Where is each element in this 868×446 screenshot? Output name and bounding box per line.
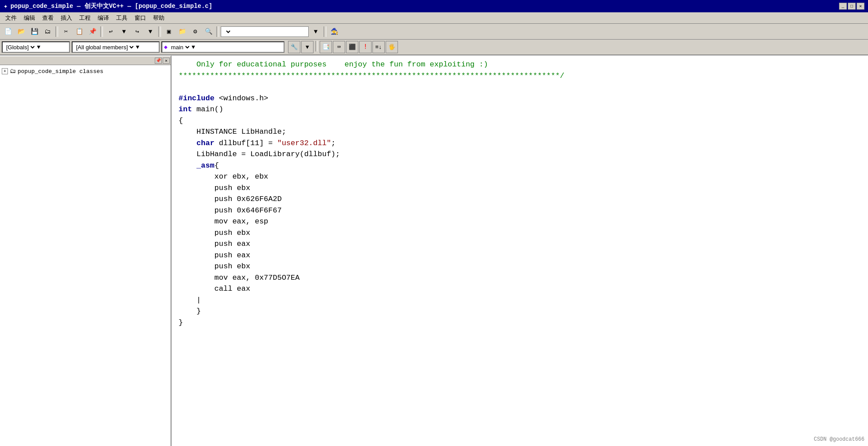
separator-4 bbox=[216, 26, 219, 37]
search-dropdown[interactable] bbox=[221, 26, 309, 37]
undo-button[interactable]: ↩ bbox=[105, 26, 117, 38]
code-asm-close: } bbox=[179, 306, 861, 317]
copy-button[interactable]: 📋 bbox=[73, 26, 85, 38]
cut-button[interactable]: ✂ bbox=[60, 26, 72, 38]
watermark: CSDN @goodcat666 bbox=[814, 436, 864, 442]
save-button[interactable]: 💾 bbox=[28, 26, 40, 38]
left-panel: 📌 ✕ + 🗂 popup_code_simple classes bbox=[0, 55, 171, 446]
toolbar2-btn1[interactable]: 🔧 bbox=[288, 41, 300, 53]
code-xor-line: xor ebx, ebx bbox=[179, 171, 861, 183]
separator-5 bbox=[324, 26, 326, 37]
panel-close-button[interactable]: ✕ bbox=[163, 58, 170, 64]
code-asm-line: _asm{ bbox=[179, 160, 861, 172]
menu-insert[interactable]: 插入 bbox=[57, 13, 76, 23]
search-select[interactable] bbox=[223, 28, 232, 35]
window-controls[interactable]: _ □ ✕ bbox=[839, 3, 864, 10]
function-dropdown[interactable]: ◆ main ▼ bbox=[161, 41, 284, 53]
separator-t2 bbox=[315, 41, 318, 51]
code-libhandle-line: LibHandle = LoadLibrary(dllbuf); bbox=[179, 149, 861, 160]
window-title: popup_code_simple — 创天中文VC++ — [popup_co… bbox=[11, 2, 839, 10]
redo-button[interactable]: ↪ bbox=[131, 26, 143, 38]
code-stars-line: ****************************************… bbox=[179, 70, 861, 82]
code-push1-line: push ebx bbox=[179, 183, 861, 194]
workspace-button[interactable]: ▣ bbox=[163, 26, 175, 38]
separator-2 bbox=[100, 26, 103, 37]
code-blank1 bbox=[179, 81, 861, 93]
separator-3 bbox=[158, 26, 161, 37]
left-panel-header: 📌 ✕ bbox=[0, 56, 171, 65]
menu-tools[interactable]: 工具 bbox=[113, 13, 131, 23]
code-push4-line: push ebx bbox=[179, 227, 861, 239]
title-bar: ✦ popup_code_simple — 创天中文VC++ — [popup_… bbox=[0, 0, 868, 12]
code-pipe-line: | bbox=[179, 295, 861, 306]
code-call-line: call eax bbox=[179, 283, 861, 295]
tree-expand-icon[interactable]: + bbox=[2, 68, 8, 74]
code-include-line: #include <windows.h> bbox=[179, 93, 861, 104]
members-dropdown[interactable]: [All global members] ▼ bbox=[72, 41, 160, 53]
code-char-line: char dllbuf[11] = "user32.dll"; bbox=[179, 138, 861, 149]
code-push5-line: push eax bbox=[179, 238, 861, 250]
main-area: 📌 ✕ + 🗂 popup_code_simple classes Only f… bbox=[0, 55, 868, 446]
panel-pin-button[interactable]: 📌 bbox=[155, 58, 162, 64]
undo-dropdown[interactable]: ▼ bbox=[118, 26, 130, 38]
code-push7-line: push ebx bbox=[179, 261, 861, 272]
code-mov1-line: mov eax, esp bbox=[179, 216, 861, 227]
toolbar2-btn7[interactable]: ≡↓ bbox=[372, 41, 385, 53]
close-button[interactable]: ✕ bbox=[857, 3, 864, 10]
diamond-icon: ◆ bbox=[164, 44, 168, 51]
app-icon: ✦ bbox=[4, 2, 8, 11]
menu-view[interactable]: 查看 bbox=[39, 13, 57, 23]
new-file-button[interactable]: 📄 bbox=[2, 26, 14, 38]
class-tree: + 🗂 popup_code_simple classes bbox=[0, 65, 171, 77]
menu-file[interactable]: 文件 bbox=[2, 13, 20, 23]
toolbar2-btn3[interactable]: 📑 bbox=[320, 41, 332, 53]
code-brace-open: { bbox=[179, 115, 861, 127]
open-file-button[interactable]: 📁 bbox=[176, 26, 188, 38]
function-select[interactable]: main bbox=[169, 44, 191, 51]
save-all-button[interactable]: 🗂 bbox=[41, 26, 54, 38]
redo-dropdown[interactable]: ▼ bbox=[144, 26, 157, 38]
code-toolbar-buttons: 🔧 ▼ 📑 ⌨ ⬛ ! ≡↓ 🖐 bbox=[288, 41, 398, 53]
code-mov2-line: mov eax, 0x77D5O7EA bbox=[179, 272, 861, 284]
code-editor[interactable]: Only for educational purposes enjoy the … bbox=[171, 55, 868, 446]
code-push6-line: push eax bbox=[179, 250, 861, 261]
wizard-button[interactable]: 🧙 bbox=[328, 26, 340, 38]
maximize-button[interactable]: □ bbox=[848, 3, 856, 10]
toolbar2-btn4[interactable]: ⌨ bbox=[333, 41, 345, 53]
toolbar2-btn8[interactable]: 🖐 bbox=[386, 41, 398, 53]
tree-root-item[interactable]: + 🗂 popup_code_simple classes bbox=[2, 67, 169, 76]
code-push3-line: push 0x646F6F67 bbox=[179, 205, 861, 216]
class-icon: 🗂 bbox=[10, 68, 16, 75]
code-main-line: int main() bbox=[179, 104, 861, 115]
toolbar2-btn5[interactable]: ⬛ bbox=[346, 41, 358, 53]
toolbar2-btn6[interactable]: ! bbox=[359, 41, 372, 53]
menu-bar: 文件 编辑 查看 插入 工程 编译 工具 窗口 帮助 bbox=[0, 12, 868, 24]
separator-1 bbox=[55, 26, 58, 37]
code-toolbar: [Globals] ▼ [All global members] ▼ ◆ mai… bbox=[0, 40, 868, 55]
paste-button[interactable]: 📌 bbox=[86, 26, 98, 38]
properties-button[interactable]: ⚙ bbox=[189, 26, 201, 38]
code-brace-close: } bbox=[179, 317, 861, 329]
toolbar2-btn2[interactable]: ▼ bbox=[301, 41, 314, 53]
find-button[interactable]: 🔍 bbox=[202, 26, 215, 38]
menu-compile[interactable]: 编译 bbox=[94, 13, 113, 23]
minimize-button[interactable]: _ bbox=[839, 3, 847, 10]
members-select[interactable]: [All global members] bbox=[74, 44, 135, 51]
main-toolbar: 📄 📂 💾 🗂 ✂ 📋 📌 ↩ ▼ ↪ ▼ ▣ 📁 ⚙ 🔍 ▼ 🧙 bbox=[0, 24, 868, 40]
menu-project[interactable]: 工程 bbox=[76, 13, 94, 23]
code-comment-line: Only for educational purposes enjoy the … bbox=[179, 59, 861, 70]
code-push2-line: push 0x626F6A2D bbox=[179, 194, 861, 205]
menu-window[interactable]: 窗口 bbox=[131, 13, 150, 23]
tree-item-label: popup_code_simple classes bbox=[18, 68, 103, 75]
globals-dropdown[interactable]: [Globals] ▼ bbox=[2, 41, 70, 53]
dropdown-arrow[interactable]: ▼ bbox=[310, 26, 322, 38]
menu-edit[interactable]: 编辑 bbox=[20, 13, 39, 23]
menu-help[interactable]: 帮助 bbox=[150, 13, 168, 23]
open-button[interactable]: 📂 bbox=[15, 26, 27, 38]
code-hinstance-line: HINSTANCE LibHandle; bbox=[179, 126, 861, 138]
globals-select[interactable]: [Globals] bbox=[4, 44, 36, 51]
